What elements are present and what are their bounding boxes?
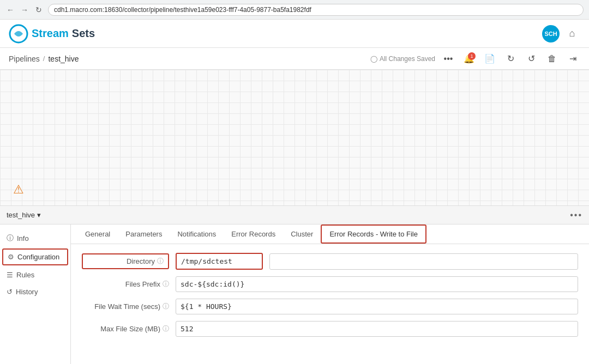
notification-badge: 1 xyxy=(468,52,476,60)
undo-button[interactable]: ↻ xyxy=(503,51,518,66)
redo-button[interactable]: ↺ xyxy=(524,51,539,66)
sidebar: ⓘ Info ⚙ Configuration ☰ Rules ↺ History xyxy=(0,225,71,364)
max-file-size-info-icon[interactable]: ⓘ xyxy=(163,324,169,333)
more-options-button[interactable]: ••• xyxy=(441,51,456,66)
directory-row: Directory ⓘ xyxy=(82,253,578,270)
history-icon: ↺ xyxy=(7,288,13,296)
delete-button[interactable]: 🗑 xyxy=(544,51,560,66)
logo-sets: Sets xyxy=(72,27,95,40)
max-file-size-label: Max File Size (MB) ⓘ xyxy=(82,324,169,333)
tab-error-records-write[interactable]: Error Records - Write to File xyxy=(321,225,426,244)
tab-navigation: General Parameters Notifications Error R… xyxy=(71,225,589,244)
files-prefix-label: Files Prefix ⓘ xyxy=(82,280,169,289)
browser-bar: ← → ↻ xyxy=(0,0,589,20)
max-file-size-input[interactable] xyxy=(176,321,578,337)
rules-icon: ☰ xyxy=(7,271,13,279)
file-wait-time-input[interactable] xyxy=(176,299,578,314)
pipeline-tab-name[interactable]: test_hive ▾ xyxy=(7,211,41,219)
max-file-size-row: Max File Size (MB) ⓘ xyxy=(82,321,578,337)
app-header: StreamSets SCH ⌂ xyxy=(0,20,589,48)
tab-general[interactable]: General xyxy=(77,226,118,244)
pipeline-bar: Pipelines / test_hive ◯ All Changes Save… xyxy=(0,48,589,70)
tab-parameters[interactable]: Parameters xyxy=(118,226,170,244)
info-sidebar-icon: ⓘ xyxy=(7,233,14,243)
pipeline-tab-more[interactable]: ••• xyxy=(570,210,582,220)
file-wait-time-info-icon[interactable]: ⓘ xyxy=(163,302,169,311)
tab-cluster[interactable]: Cluster xyxy=(283,226,321,244)
directory-info-icon[interactable]: ⓘ xyxy=(157,257,164,266)
files-prefix-info-icon[interactable]: ⓘ xyxy=(163,280,169,289)
breadcrumb-separator: / xyxy=(43,54,45,63)
breadcrumb-pipelines[interactable]: Pipelines xyxy=(9,54,40,63)
pipeline-tab-bar: test_hive ▾ ••• xyxy=(0,206,589,225)
checkmark-icon: ◯ xyxy=(370,55,377,63)
back-button[interactable]: ← xyxy=(5,5,15,15)
notifications-button[interactable]: 🔔 1 xyxy=(461,51,477,66)
sidebar-item-configuration[interactable]: ⚙ Configuration xyxy=(2,248,68,265)
gear-icon: ⚙ xyxy=(8,253,14,261)
logo: StreamSets xyxy=(9,24,95,44)
file-wait-time-label: File Wait Time (secs) ⓘ xyxy=(82,302,169,311)
refresh-button[interactable]: ↻ xyxy=(34,5,44,15)
sidebar-item-info[interactable]: ⓘ Info xyxy=(0,229,70,247)
warning-icon: ⚠ xyxy=(13,183,24,197)
form-area: Directory ⓘ Files Prefix ⓘ File Wait Tim… xyxy=(71,244,589,352)
changes-saved-status: ◯ All Changes Saved xyxy=(370,55,435,63)
sidebar-item-rules[interactable]: ☰ Rules xyxy=(0,266,70,283)
tab-error-records[interactable]: Error Records xyxy=(224,226,283,244)
right-panel: General Parameters Notifications Error R… xyxy=(71,225,589,364)
main-content: ⓘ Info ⚙ Configuration ☰ Rules ↺ History… xyxy=(0,225,589,364)
document-button[interactable]: 📄 xyxy=(482,51,497,66)
files-prefix-input[interactable] xyxy=(176,276,578,292)
home-button[interactable]: ⌂ xyxy=(564,26,580,42)
url-bar[interactable] xyxy=(48,4,584,16)
forward-button[interactable]: → xyxy=(20,5,29,15)
more-toolbar-button[interactable]: ⇥ xyxy=(565,51,580,66)
sidebar-item-history[interactable]: ↺ History xyxy=(0,283,70,300)
pipeline-canvas: ⚠ xyxy=(0,70,589,206)
directory-input[interactable] xyxy=(176,253,263,270)
files-prefix-row: Files Prefix ⓘ xyxy=(82,276,578,292)
toolbar-right: ◯ All Changes Saved ••• 🔔 1 📄 ↻ ↺ 🗑 ⇥ xyxy=(370,51,580,66)
logo-stream: Stream xyxy=(32,27,69,40)
avatar: SCH xyxy=(542,25,560,43)
pipeline-name: test_hive xyxy=(48,54,79,63)
logo-icon xyxy=(9,24,28,44)
file-wait-time-row: File Wait Time (secs) ⓘ xyxy=(82,299,578,314)
tab-notifications[interactable]: Notifications xyxy=(170,226,224,244)
directory-label: Directory ⓘ xyxy=(82,253,169,269)
